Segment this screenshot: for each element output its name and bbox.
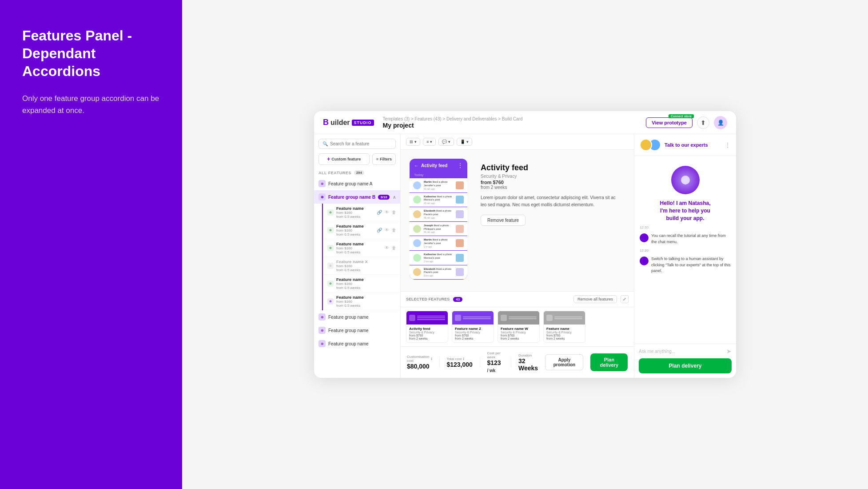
chat-plan-delivery-button[interactable]: Plan delivery <box>639 358 732 373</box>
phone-back-button[interactable]: ← <box>414 163 418 168</box>
cost-per-week-value: $123 / wk <box>487 359 504 373</box>
feature-card-3[interactable]: Feature name W Security & Privacy from $… <box>498 311 540 343</box>
feature-item-2[interactable]: ⊕ Feature name from $160 from 0.5 weeks … <box>323 221 400 239</box>
feature-item-3-info: Feature name from $160 from 0.5 weeks <box>336 241 382 254</box>
group-extra-1-icon: ⊕ <box>319 313 326 321</box>
toolbar-btn-2-chevron: ▾ <box>430 140 432 144</box>
feed-item-2: Katherine liked a photo Monica's post 43… <box>410 193 467 207</box>
feature-card-4[interactable]: Feature name Security & Privacy from $76… <box>543 311 585 343</box>
chat-icon: 💬 <box>442 140 447 144</box>
search-icon: 🔍 <box>323 141 328 146</box>
feature-delete-button-2[interactable]: 🗑 <box>391 227 397 233</box>
feature-eye-button-2[interactable]: 👁 <box>384 227 390 233</box>
divider-2 <box>480 357 480 368</box>
toolbar-btn-2[interactable]: ≡ ▾ <box>423 138 436 146</box>
filter-icon: ≡ <box>376 157 378 161</box>
feed-item-4: Joseph liked a photo Philippa's post 46 … <box>410 222 467 236</box>
feed-content-5: Martin liked a photo Jennifer's post 1 h… <box>424 238 453 248</box>
toolbar-btn-1[interactable]: ⊞ ▾ <box>406 138 420 146</box>
feature-card-3-lines <box>509 317 537 319</box>
feature-card-1-icon <box>409 315 415 321</box>
feature-item-6[interactable]: ⊕ Feature name from $160 from 0.5 weeks <box>323 293 400 310</box>
feature-link-button-1[interactable]: 🔗 <box>376 209 382 215</box>
feature-group-a[interactable]: ⊕ Feature group name A <box>314 177 400 190</box>
send-button[interactable]: ➤ <box>726 348 732 355</box>
feed-thumb-3 <box>456 210 464 218</box>
chat-input[interactable] <box>639 349 724 354</box>
feed-avatar-4 <box>413 225 421 233</box>
feature-group-extra-2[interactable]: ⊕ Feature group name <box>314 324 400 337</box>
feed-item-7: Elizabeth liked a photo Paula's post 3 h… <box>410 265 467 280</box>
group-extra-2-label: Feature group name <box>328 328 369 333</box>
toolbar-btn-3[interactable]: 💬 ▾ <box>438 138 454 146</box>
cost-per-week-label: Cost per week <box>487 351 504 359</box>
feature-card-2-price: from $760 <box>455 334 491 337</box>
chat-header: Talk to our experts ⋮ <box>634 134 736 156</box>
remove-all-button[interactable]: Remove all features <box>573 295 617 303</box>
feature-item-1-icon: ⊕ <box>327 209 334 216</box>
feature-card-4-price: from $760 <box>546 334 582 337</box>
chat-avatars <box>640 139 661 151</box>
search-box[interactable]: 🔍 <box>319 139 396 149</box>
feature-item-1-time: from 0.5 weeks <box>336 215 374 219</box>
feature-delete-button-3[interactable]: 🗑 <box>391 245 397 251</box>
all-features-count: 294 <box>354 170 364 175</box>
feature-item-x[interactable]: ⊕ Feature name X from $160 from 0.5 week… <box>323 257 400 275</box>
feature-card-1-time: from 2 weeks <box>409 337 445 340</box>
feed-item-1: Martin liked a photo Jennifer's post 41 … <box>410 178 467 192</box>
feed-time-3: 45 min ago <box>424 216 453 219</box>
toolbar-btn-1-chevron: ▾ <box>414 140 417 144</box>
features-header: ALL FEATURES 294 <box>314 168 400 177</box>
feature-card-1[interactable]: Activity feed Security & Privacy from $7… <box>406 311 448 343</box>
info-icon-2: ℹ <box>463 357 464 361</box>
feature-item-6-name: Feature name <box>336 295 397 300</box>
feature-card-2[interactable]: Feature name Z Security & Privacy from $… <box>452 311 494 343</box>
feature-group-b[interactable]: ⊕ Feature group name B 3/10 ∧ <box>314 190 400 204</box>
all-features-label: ALL FEATURES <box>319 171 351 175</box>
chat-more-button[interactable]: ⋮ <box>725 141 731 148</box>
feature-link-button-2[interactable]: 🔗 <box>376 227 382 233</box>
summary-bar: Customisation cost ℹ $80,000 Total cost … <box>401 346 634 378</box>
plan-delivery-button[interactable]: Plan delivery <box>590 353 628 371</box>
divider-3 <box>511 357 511 368</box>
feature-group-extra-3[interactable]: ⊕ Feature group name <box>314 337 400 350</box>
feature-eye-button-3[interactable]: 👁 <box>384 245 390 251</box>
toolbar: ⊞ ▾ ≡ ▾ 💬 ▾ 📱 ▾ <box>401 134 634 150</box>
card-line <box>509 317 537 317</box>
feature-cards: Activity feed Security & Privacy from $7… <box>401 307 634 346</box>
feed-content-2: Katherine liked a photo Monica's post 43… <box>424 195 453 205</box>
share-button[interactable]: ⬆ <box>697 116 709 129</box>
chat-bubble-2-text: Switch to talking to a human assistant b… <box>651 256 731 274</box>
breadcrumb: Templates (3) > Features (43) > Delivery… <box>383 116 646 121</box>
feature-item-1[interactable]: ⊕ Feature name from $160 from 0.5 weeks … <box>323 204 400 221</box>
feature-item-5[interactable]: ⊕ Feature name from $160 from 0.5 weeks <box>323 275 400 293</box>
feature-item-6-time: from 0.5 weeks <box>336 304 397 308</box>
prototype-button[interactable]: Connect store View prototype <box>646 117 693 128</box>
promotion-button[interactable]: Apply promotion <box>545 354 583 370</box>
phone-more-button[interactable]: ⋮ <box>458 162 463 168</box>
feed-content-4: Joseph liked a photo Philippa's post 46 … <box>424 224 453 234</box>
feature-card-3-price: from $760 <box>501 334 537 337</box>
feed-avatar-1 <box>413 181 421 189</box>
card-line <box>417 319 445 320</box>
search-input[interactable] <box>330 141 392 146</box>
preview-area: ← Activity feed ⋮ Today Martin liked a p… <box>401 150 634 291</box>
feature-item-3[interactable]: ⊕ Feature name from $160 from 0.5 weeks … <box>323 239 400 257</box>
chat-bubble-2: Switch to talking to a human assistant b… <box>640 256 731 274</box>
toolbar-btn-4[interactable]: 📱 ▾ <box>457 138 472 146</box>
custom-feature-button[interactable]: + Custom feature <box>319 153 370 165</box>
page-title: Features Panel - Dependant Accordions <box>22 27 160 80</box>
feature-eye-button-1[interactable]: 👁 <box>384 209 390 215</box>
chat-body: Hello! I am Natasha, I'm here to help yo… <box>634 156 736 344</box>
feature-card-1-price: from $760 <box>409 334 445 337</box>
feature-item-2-price: from $160 <box>336 228 374 232</box>
remove-feature-button[interactable]: Remove feature <box>481 215 526 226</box>
feature-group-extra-1[interactable]: ⊕ Feature group name <box>314 310 400 324</box>
logo-studio: STUDIO <box>352 120 374 126</box>
feature-detail: Activity feed Security & Privacy from $7… <box>476 159 625 230</box>
avatar[interactable]: 👤 <box>714 116 727 129</box>
feature-delete-button-1[interactable]: 🗑 <box>391 209 397 215</box>
top-actions: Connect store View prototype ⬆ 👤 <box>646 116 727 129</box>
filter-button[interactable]: ≡ Filters <box>372 153 396 165</box>
expand-button[interactable]: ⤢ <box>621 295 629 303</box>
